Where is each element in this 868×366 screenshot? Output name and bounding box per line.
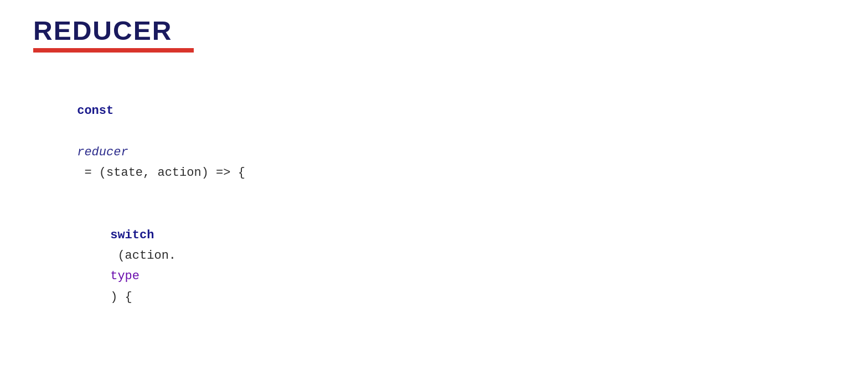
- code-line-2: switch (action. type ) {: [33, 204, 835, 328]
- page-title: REDUCER: [33, 17, 835, 46]
- page-container: REDUCER const reducer = (state, action) …: [0, 0, 868, 366]
- function-name: reducer: [77, 145, 128, 159]
- title-underline: [33, 48, 194, 53]
- property-type: type: [110, 269, 140, 283]
- title-section: REDUCER: [33, 17, 835, 53]
- code-block: const reducer = (state, action) => { swi…: [33, 80, 835, 366]
- keyword-switch: switch: [110, 228, 154, 242]
- blank-line-1: [33, 328, 835, 348]
- code-line-1: const reducer = (state, action) => {: [33, 80, 835, 204]
- code-line-3: case 'action_with_foo' :: [33, 349, 835, 366]
- keyword-const: const: [77, 104, 113, 118]
